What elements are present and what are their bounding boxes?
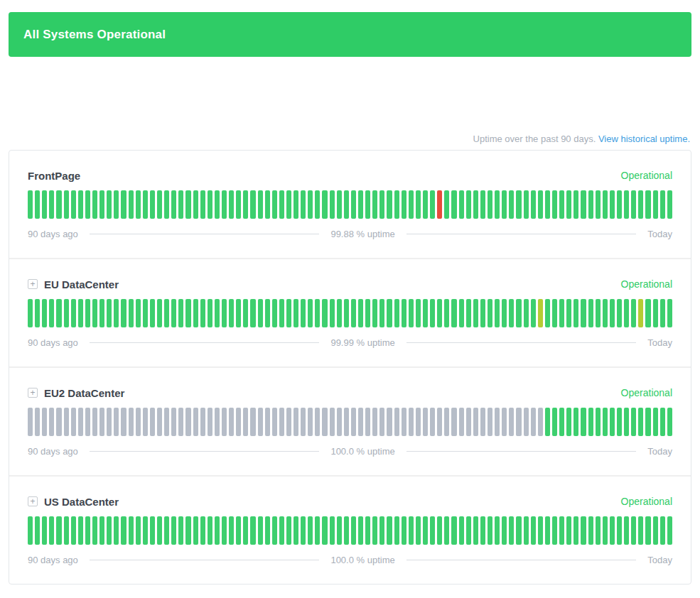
uptime-bar[interactable] — [631, 190, 636, 219]
uptime-bar[interactable] — [624, 516, 629, 545]
uptime-bar[interactable] — [222, 190, 227, 219]
uptime-bar[interactable] — [64, 190, 69, 219]
uptime-bar[interactable] — [480, 516, 485, 545]
uptime-bar[interactable] — [358, 408, 363, 436]
uptime-bar[interactable] — [466, 190, 471, 219]
uptime-bar[interactable] — [387, 190, 392, 219]
uptime-bar[interactable] — [258, 408, 263, 436]
uptime-bar[interactable] — [372, 190, 377, 219]
uptime-bar[interactable] — [423, 516, 428, 545]
uptime-bar[interactable] — [667, 408, 672, 436]
uptime-bar[interactable] — [495, 408, 500, 436]
uptime-bar[interactable] — [365, 516, 370, 545]
uptime-bar[interactable] — [588, 408, 593, 436]
uptime-bar[interactable] — [185, 516, 190, 545]
uptime-bar[interactable] — [121, 408, 126, 436]
uptime-bar[interactable] — [71, 299, 76, 327]
uptime-bar[interactable] — [243, 299, 248, 327]
uptime-bar[interactable] — [574, 299, 578, 327]
uptime-bar[interactable] — [279, 190, 284, 219]
uptime-bar[interactable] — [430, 516, 435, 545]
uptime-bar[interactable] — [559, 408, 564, 436]
uptime-bar[interactable] — [143, 299, 148, 327]
uptime-bar[interactable] — [185, 190, 190, 219]
uptime-bar[interactable] — [394, 190, 399, 219]
uptime-bar[interactable] — [344, 408, 349, 436]
uptime-bar[interactable] — [631, 516, 636, 545]
uptime-bar[interactable] — [92, 299, 97, 327]
uptime-bar[interactable] — [466, 408, 471, 436]
uptime-bar[interactable] — [164, 408, 169, 436]
uptime-bar[interactable] — [444, 190, 449, 219]
uptime-bar[interactable] — [552, 190, 557, 219]
uptime-bar[interactable] — [581, 408, 586, 436]
uptime-bar[interactable] — [516, 299, 521, 327]
uptime-bar[interactable] — [409, 516, 414, 545]
uptime-bar[interactable] — [28, 190, 33, 219]
uptime-bar[interactable] — [531, 299, 536, 327]
uptime-bar[interactable] — [322, 516, 327, 545]
uptime-bar[interactable] — [236, 190, 241, 219]
uptime-bar[interactable] — [301, 408, 306, 436]
uptime-bar[interactable] — [85, 408, 90, 436]
uptime-bar[interactable] — [653, 408, 658, 436]
uptime-bar[interactable] — [638, 516, 643, 545]
uptime-bar[interactable] — [603, 408, 608, 436]
uptime-bar[interactable] — [351, 516, 356, 545]
uptime-bar[interactable] — [143, 408, 148, 436]
uptime-bar[interactable] — [236, 408, 241, 436]
uptime-bar[interactable] — [286, 299, 291, 327]
uptime-bar[interactable] — [92, 190, 97, 219]
uptime-bar[interactable] — [552, 516, 557, 545]
uptime-bar[interactable] — [129, 516, 134, 545]
uptime-bar[interactable] — [315, 299, 320, 327]
uptime-bar[interactable] — [416, 299, 421, 327]
uptime-bar[interactable] — [351, 190, 356, 219]
uptime-bar[interactable] — [473, 516, 478, 545]
uptime-bar[interactable] — [150, 190, 155, 219]
uptime-bar[interactable] — [200, 190, 205, 219]
uptime-bar[interactable] — [330, 408, 335, 436]
uptime-bar[interactable] — [402, 299, 406, 327]
uptime-bar[interactable] — [315, 516, 320, 545]
uptime-bar[interactable] — [229, 408, 234, 436]
uptime-bar[interactable] — [358, 190, 363, 219]
uptime-bar[interactable] — [236, 516, 241, 545]
uptime-bar[interactable] — [150, 516, 155, 545]
uptime-bar[interactable] — [516, 516, 521, 545]
uptime-bar[interactable] — [409, 299, 414, 327]
uptime-bar[interactable] — [502, 516, 507, 545]
uptime-bar[interactable] — [566, 299, 571, 327]
uptime-bar[interactable] — [610, 408, 615, 436]
uptime-bar[interactable] — [42, 299, 47, 327]
uptime-bar[interactable] — [379, 516, 384, 545]
uptime-bar[interactable] — [171, 299, 176, 327]
uptime-bar[interactable] — [337, 190, 342, 219]
uptime-bar[interactable] — [566, 516, 571, 545]
uptime-bar[interactable] — [178, 408, 183, 436]
uptime-bar[interactable] — [85, 516, 90, 545]
uptime-bar[interactable] — [64, 408, 69, 436]
uptime-bar[interactable] — [150, 299, 155, 327]
uptime-bar[interactable] — [71, 516, 76, 545]
uptime-bar[interactable] — [265, 408, 270, 436]
uptime-bar[interactable] — [136, 408, 141, 436]
uptime-bar[interactable] — [215, 190, 220, 219]
uptime-bar[interactable] — [538, 299, 543, 327]
uptime-bar[interactable] — [71, 408, 76, 436]
uptime-bar[interactable] — [157, 190, 162, 219]
uptime-bar[interactable] — [99, 408, 104, 436]
uptime-bar[interactable] — [78, 190, 83, 219]
uptime-bar[interactable] — [645, 190, 650, 219]
uptime-bar[interactable] — [322, 408, 327, 436]
uptime-bar[interactable] — [178, 190, 183, 219]
uptime-bar[interactable] — [143, 516, 148, 545]
uptime-bar[interactable] — [430, 408, 435, 436]
uptime-bar[interactable] — [545, 190, 550, 219]
uptime-bar[interactable] — [617, 516, 622, 545]
view-historical-uptime-link[interactable]: View historical uptime. — [598, 134, 690, 144]
uptime-bar[interactable] — [566, 190, 571, 219]
uptime-bar[interactable] — [265, 516, 270, 545]
uptime-bar[interactable] — [200, 516, 205, 545]
uptime-bar[interactable] — [279, 408, 284, 436]
